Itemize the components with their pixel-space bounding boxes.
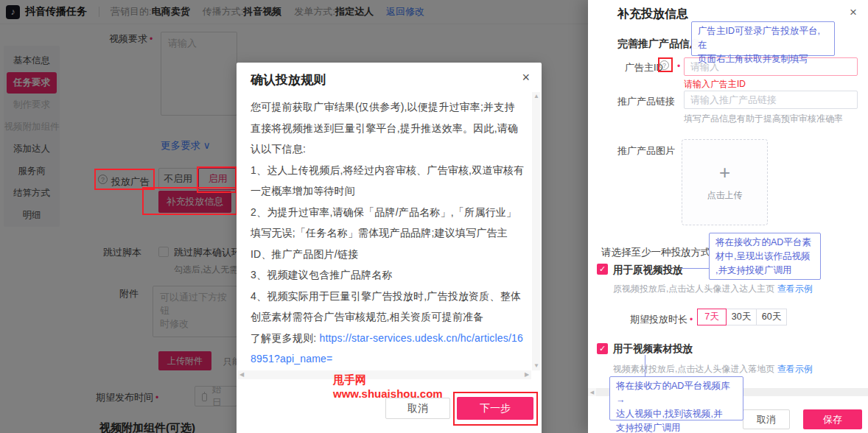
original-video-checkbox[interactable]: ✓ — [597, 264, 608, 275]
original-video-label: 用于原视频投放 — [613, 264, 683, 277]
tooltip-video-material: 将在接收方的AD平台视频库→ 达人视频中,找到该视频,并 支持投硬广调用 — [609, 376, 743, 420]
product-image-label: 推广产品图片 — [617, 144, 675, 158]
product-link-label: 推广产品链接 — [617, 95, 675, 108]
plus-icon: + — [719, 163, 730, 182]
video-material-checkbox[interactable]: ✓ — [597, 343, 608, 354]
modal-title: 确认投放规则 — [251, 71, 326, 88]
advertiser-id-label: 广告主ID — [625, 61, 663, 74]
modal-body: 您可提前获取广审结果(仅供参考),以便提升过审率;并支持直接将视频推送到巨量引擎… — [251, 96, 525, 370]
upload-text: 点击上传 — [707, 189, 743, 202]
chevron-left-icon[interactable]: ◀ — [588, 388, 596, 396]
tooltip-advertiser-id: 广告主ID可登录广告投放平台,在 页面右上角获取并复制填写 — [691, 21, 835, 56]
tooltip-original-video: 将在接收方的AD平台素 材中,呈现出该作品视频 ,并支持投硬广调用 — [709, 233, 821, 280]
rule-paragraph: 2、为提升过审率,请确保「品牌/产品名称」,「所属行业」填写无误;「任务名称」需… — [251, 202, 525, 265]
duration-30d-button[interactable]: 30天 — [726, 309, 757, 325]
question-icon[interactable]: ? — [659, 60, 669, 70]
image-upload-box[interactable]: + 点击上传 — [682, 139, 768, 225]
drawer-save-button[interactable]: 保存 — [803, 409, 862, 429]
rule-paragraph: 4、视频实际用于巨量引擎广告投放时,广告投放资质、整体创意素材需符合广告审核规范… — [251, 286, 525, 328]
drawer-cancel-button[interactable]: 取消 — [743, 409, 790, 429]
chevron-right-icon[interactable]: ▶ — [522, 370, 531, 379]
rule-more-line: 了解更多规则: https://star-services.udesk.cn/h… — [251, 328, 525, 370]
video-material-hint: 视频素材投放后,点击达人头像进入落地页 查看示例 — [613, 363, 813, 376]
rule-paragraph: 1、达人上传视频后,将经过内容审核、广告审核,双道审核有一定概率增加等待时间 — [251, 160, 525, 202]
duration-7d-button[interactable]: 7天 — [697, 309, 727, 325]
product-link-input[interactable] — [684, 91, 858, 109]
vertical-scrollbar[interactable]: ▲ ▼ — [532, 92, 541, 370]
product-info-section-label: 完善推广产品信息 — [617, 38, 700, 51]
see-example-link[interactable]: 查看示例 — [777, 364, 813, 374]
video-material-label: 用于视频素材投放 — [613, 342, 693, 356]
close-icon[interactable]: × — [522, 71, 530, 84]
close-icon[interactable]: × — [850, 6, 857, 18]
duration-label: 期望投放时长• — [630, 313, 693, 326]
chevron-down-icon[interactable]: ▼ — [532, 362, 541, 370]
watermark: 甩手网 www.shuaishou.com — [333, 373, 443, 401]
duration-60d-button[interactable]: 60天 — [756, 309, 787, 325]
original-video-hint: 原视频投放后,点击达人头像进入达人主页 查看示例 — [613, 283, 813, 295]
rule-paragraph: 3、视频建议包含推广品牌名称 — [251, 264, 525, 286]
required-dot: • — [690, 314, 693, 325]
chevron-up-icon[interactable]: ▲ — [532, 92, 541, 101]
page: ♪ 抖音传播任务 营销目的:电商卖货 传播方式:抖音视频 发单方式:指定达人 返… — [0, 0, 868, 433]
modal-cancel-button[interactable]: 取消 — [385, 398, 450, 419]
delivery-mode-label: 请选择至少一种投放方式 — [601, 246, 711, 259]
required-dot: • — [677, 61, 680, 71]
tooltip-connector — [645, 355, 645, 376]
tooltip-connector — [681, 268, 709, 269]
product-link-hint: 填写产品信息有助于提高预审审核准确率 — [684, 113, 843, 125]
see-example-link[interactable]: 查看示例 — [777, 284, 813, 294]
chevron-left-icon[interactable]: ◀ — [237, 370, 246, 379]
advertiser-id-error: 请输入广告主ID — [684, 78, 746, 91]
modal-next-button[interactable]: 下一步 — [457, 397, 533, 420]
rule-paragraph: 您可提前获取广审结果(仅供参考),以便提升过审率;并支持直接将视频推送到巨量引擎… — [251, 96, 525, 160]
drawer-title: 补充投放信息 — [617, 7, 688, 22]
